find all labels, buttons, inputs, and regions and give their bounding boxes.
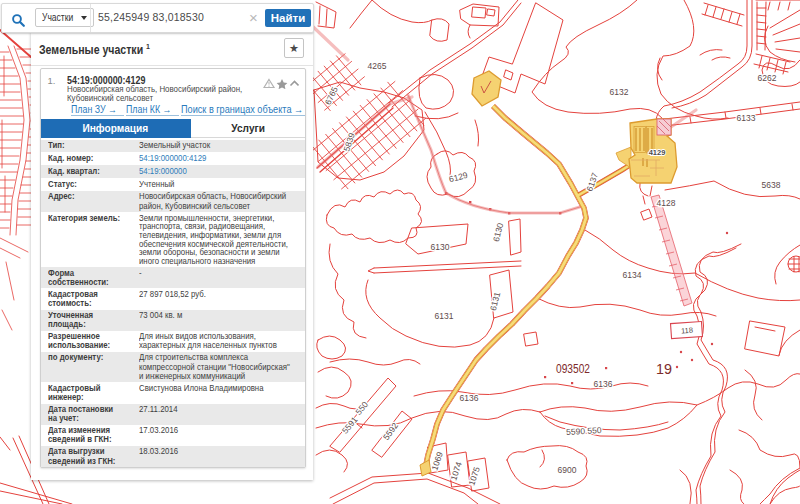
svg-text:118: 118 [681, 326, 694, 336]
svg-text:6134: 6134 [623, 270, 642, 280]
svg-text:6136: 6136 [594, 379, 613, 389]
svg-text:5638: 5638 [762, 180, 781, 190]
svg-text:4265: 4265 [368, 61, 387, 71]
svg-text:6132: 6132 [610, 87, 629, 97]
svg-text:6130: 6130 [431, 242, 450, 252]
svg-text:6262: 6262 [758, 73, 777, 83]
svg-text:093502: 093502 [556, 362, 590, 376]
svg-text:6900: 6900 [558, 465, 577, 475]
svg-text:6133: 6133 [737, 113, 756, 123]
svg-text:19: 19 [656, 361, 672, 377]
svg-text:4128: 4128 [657, 198, 676, 208]
svg-text:5590 550: 5590 550 [566, 425, 602, 437]
svg-text:6131: 6131 [435, 311, 454, 321]
svg-text:6136: 6136 [460, 393, 479, 403]
svg-text:4129: 4129 [649, 148, 666, 157]
